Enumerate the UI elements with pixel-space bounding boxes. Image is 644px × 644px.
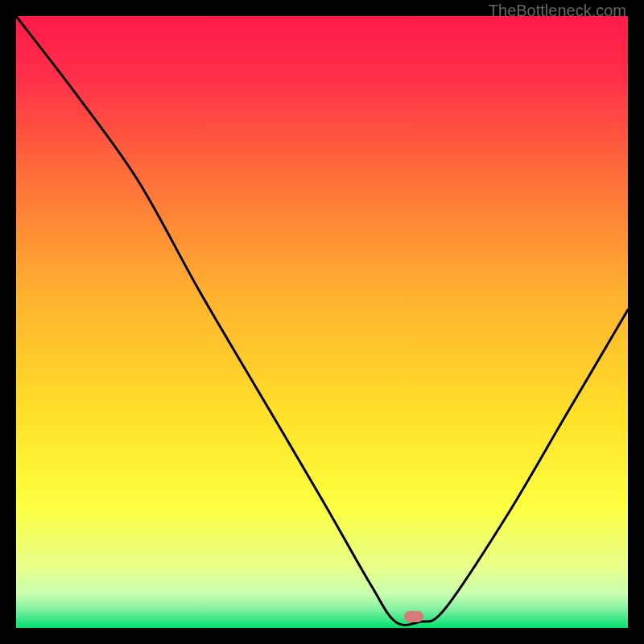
plot-area — [16, 16, 628, 628]
watermark-text: TheBottleneck.com — [489, 2, 626, 20]
bottleneck-curve — [16, 16, 628, 628]
optimal-point-marker — [404, 611, 423, 622]
chart-frame: TheBottleneck.com — [0, 0, 644, 644]
